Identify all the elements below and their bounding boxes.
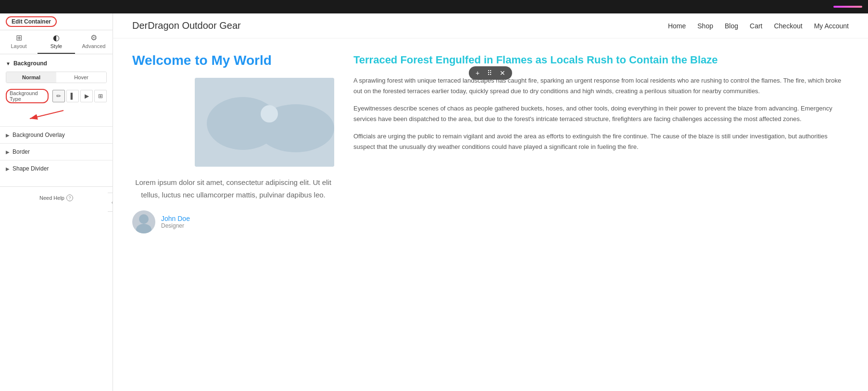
style-icon: ◐ — [53, 34, 60, 42]
edit-container-label: Edit Container — [6, 16, 57, 27]
tab-advanced-label: Advanced — [82, 43, 106, 49]
svg-point-6 — [139, 214, 149, 224]
shape-divider-arrow: ▶ — [6, 166, 10, 171]
svg-point-7 — [136, 224, 151, 233]
nav-shop[interactable]: Shop — [697, 22, 713, 30]
right-column: Terraced Forest Engulfed in Flames as Lo… — [353, 53, 849, 233]
nav-checkout[interactable]: Checkout — [774, 22, 802, 30]
page-heading: Welcome to My World — [132, 53, 334, 68]
layout-icon: ⊞ — [16, 34, 22, 42]
article-para-3: Officials are urging the public to remai… — [353, 131, 849, 152]
author-info: John Doe Designer — [161, 215, 190, 229]
shape-divider-section[interactable]: ▶ Shape Divider — [0, 160, 113, 177]
border-arrow: ▶ — [6, 149, 10, 155]
site-title: DerDragon Outdoor Gear — [132, 20, 241, 31]
nav-links: Home Shop Blog Cart Checkout My Account — [668, 22, 849, 30]
nav-cart[interactable]: Cart — [750, 22, 762, 30]
svg-point-5 — [261, 105, 278, 122]
background-section: ▼ Background Normal Hover Background Typ… — [0, 54, 113, 126]
article-para-2: Eyewitnesses describe scenes of chaos as… — [353, 103, 849, 124]
tab-advanced[interactable]: ⚙ Advanced — [75, 30, 113, 54]
website-header: DerDragon Outdoor Gear Home Shop Blog Ca… — [113, 13, 868, 38]
move-button[interactable]: ⠿ — [485, 68, 494, 78]
selection-toolbar: + ⠿ ✕ — [469, 66, 512, 80]
edit-container-bar: Edit Container — [0, 13, 113, 30]
top-bar-right — [833, 6, 862, 8]
main-layout: Edit Container ⊞ Layout ◐ Style ⚙ Advanc… — [0, 13, 868, 391]
close-button[interactable]: ✕ — [498, 68, 507, 78]
red-arrow-svg — [20, 108, 78, 122]
bg-overlay-section[interactable]: ▶ Background Overlay — [0, 127, 113, 143]
top-bar-gradient — [833, 6, 862, 8]
tab-layout-label: Layout — [11, 43, 26, 49]
sidebar-collapse-handle[interactable]: ‹ — [108, 193, 113, 212]
bg-type-icons: ✏ ▌ ▶ ⊞ — [52, 90, 107, 102]
article-para-1: A sprawling forest with unique terraced … — [353, 75, 849, 97]
nav-my-account[interactable]: My Account — [814, 22, 849, 30]
bg-icon-slideshow[interactable]: ⊞ — [94, 90, 107, 102]
tab-style[interactable]: ◐ Style — [38, 30, 75, 54]
bg-type-label: Background Type — [6, 89, 49, 103]
left-column: Welcome to My World Lorem ipsum dolor si… — [132, 53, 334, 233]
nav-blog[interactable]: Blog — [725, 22, 738, 30]
shape-divider-label: Shape Divider — [13, 165, 49, 172]
author-role: Designer — [161, 222, 190, 229]
content-area: DerDragon Outdoor Gear Home Shop Blog Ca… — [113, 13, 868, 391]
nav-home[interactable]: Home — [668, 22, 686, 30]
bg-icon-gradient[interactable]: ▌ — [66, 90, 79, 102]
advanced-icon: ⚙ — [90, 34, 97, 42]
bg-icon-video[interactable]: ▶ — [80, 90, 93, 102]
bg-overlay-label: Background Overlay — [13, 132, 65, 138]
border-section[interactable]: ▶ Border — [0, 144, 113, 160]
arrow-annotation — [6, 108, 107, 122]
bg-overlay-arrow: ▶ — [6, 133, 10, 138]
background-arrow: ▼ — [6, 61, 11, 66]
normal-toggle-btn[interactable]: Normal — [6, 72, 56, 83]
need-help-text: Need Help — [39, 195, 64, 201]
top-bar — [0, 0, 868, 13]
bg-type-row: Background Type ✏ ▌ ▶ ⊞ — [6, 89, 107, 103]
placeholder-image — [195, 78, 334, 167]
need-help[interactable]: Need Help ? — [0, 186, 113, 209]
bg-icon-color[interactable]: ✏ — [52, 90, 65, 102]
normal-hover-toggle: Normal Hover — [6, 72, 107, 83]
add-widget-button[interactable]: + — [474, 68, 481, 78]
help-icon: ? — [66, 195, 73, 201]
background-label: Background — [13, 60, 47, 67]
background-section-header[interactable]: ▼ Background — [6, 60, 107, 67]
border-label: Border — [13, 148, 30, 155]
tab-style-label: Style — [50, 43, 62, 49]
author-name: John Doe — [161, 215, 190, 222]
article-title: Terraced Forest Engulfed in Flames as Lo… — [353, 53, 849, 68]
author-row: John Doe Designer — [132, 210, 334, 233]
svg-line-0 — [30, 110, 63, 119]
tab-layout[interactable]: ⊞ Layout — [0, 30, 38, 54]
hover-toggle-btn[interactable]: Hover — [56, 72, 106, 83]
sidebar: Edit Container ⊞ Layout ◐ Style ⚙ Advanc… — [0, 13, 113, 391]
avatar — [132, 210, 155, 233]
lorem-text: Lorem ipsum dolor sit amet, consectetur … — [132, 176, 334, 201]
sidebar-tabs: ⊞ Layout ◐ Style ⚙ Advanced — [0, 30, 113, 54]
